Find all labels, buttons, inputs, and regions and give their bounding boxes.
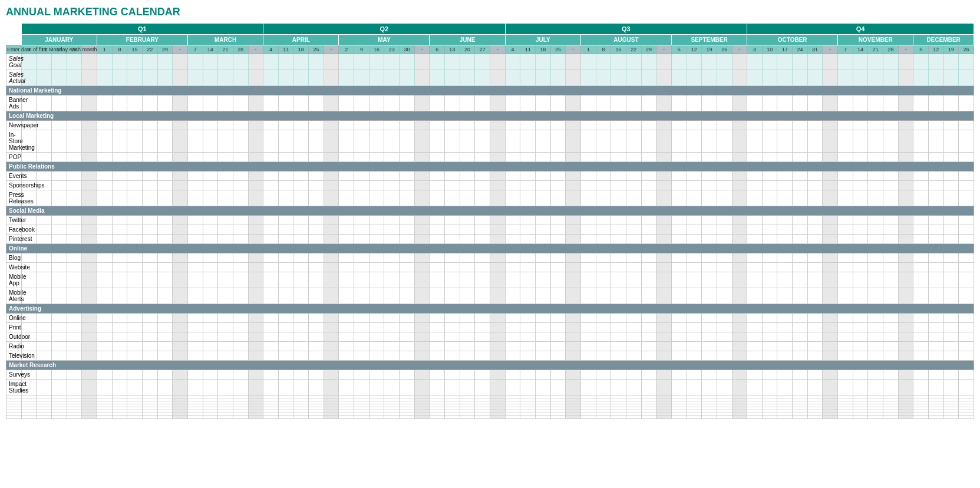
data-cell-r0-m10-d1[interactable]	[853, 54, 868, 70]
data-cell-r7-m3-d1[interactable]	[278, 153, 293, 162]
data-cell-r10-m9-d4[interactable]	[807, 181, 823, 190]
data-cell-r19-m5-d0[interactable]	[430, 272, 445, 288]
data-cell-r28-m0-d3[interactable]	[67, 370, 82, 380]
data-cell-r28-m6-d1[interactable]	[520, 370, 536, 380]
data-cell-r24-m7-d3[interactable]	[626, 332, 641, 342]
data-cell-r7-m1-d4[interactable]	[157, 153, 173, 162]
data-cell-r29-m0-d1[interactable]	[37, 380, 52, 395]
data-cell-r20-m8-d3[interactable]	[717, 288, 732, 304]
data-cell-r15-m4-d4[interactable]	[400, 235, 415, 244]
data-cell-r28-m5-d1[interactable]	[445, 370, 460, 380]
data-cell-r22-m2-d1[interactable]	[203, 314, 218, 323]
data-cell-r26-m11-d1[interactable]	[929, 351, 944, 361]
data-cell-r1-m3-d3[interactable]	[309, 70, 324, 86]
data-cell-r3-m0-d2[interactable]	[51, 95, 67, 111]
data-cell-r10-m8-d0[interactable]	[671, 181, 687, 190]
data-cell-r15-m0-d2[interactable]	[51, 235, 67, 244]
data-cell-r19-m11-d0[interactable]	[913, 272, 929, 288]
data-cell-r10-m5-d0[interactable]	[430, 181, 445, 190]
data-cell-r11-m7-d0[interactable]	[580, 190, 596, 206]
data-cell-r6-m7-d4[interactable]	[641, 130, 656, 153]
data-cell-r6-m8-d2[interactable]	[702, 130, 717, 153]
data-cell-r20-m11-d3[interactable]	[959, 288, 974, 304]
data-cell-r9-m1-d2[interactable]	[127, 172, 143, 181]
data-cell-r1-m5-d3[interactable]	[475, 70, 490, 86]
data-cell-r28-m10-d2[interactable]	[868, 370, 883, 380]
data-cell-r24-m0-d1[interactable]	[37, 332, 52, 342]
data-cell-r6-m0-d1[interactable]	[37, 130, 52, 153]
data-cell-r0-m7-d2[interactable]	[611, 54, 626, 70]
data-cell-r17-m1-d2[interactable]	[127, 253, 143, 263]
data-cell-r7-m7-d1[interactable]	[596, 153, 611, 162]
data-cell-r24-m5-d3[interactable]	[475, 332, 490, 342]
data-cell-r1-m2-d0[interactable]	[187, 70, 203, 86]
data-cell-r18-m4-d1[interactable]	[354, 263, 369, 272]
data-cell-r25-m7-d3[interactable]	[626, 342, 641, 351]
data-cell-r9-m6-d3[interactable]	[550, 172, 566, 181]
data-cell-r7-m9-d2[interactable]	[777, 153, 793, 162]
data-cell-r13-m4-d4[interactable]	[400, 216, 415, 225]
data-cell-r15-m9-d0[interactable]	[747, 235, 763, 244]
data-cell-r22-m10-d1[interactable]	[853, 314, 868, 323]
data-cell-r3-m10-d2[interactable]	[868, 95, 883, 111]
data-cell-r0-m7-d1[interactable]	[596, 54, 611, 70]
data-cell-r1-m2-d1[interactable]	[203, 70, 218, 86]
data-cell-r1-m6-d0[interactable]	[505, 70, 520, 86]
data-cell-r0-m6-d0[interactable]	[505, 54, 520, 70]
data-cell-r17-m9-d0[interactable]	[747, 253, 763, 263]
data-cell-r5-m1-d1[interactable]	[112, 121, 127, 130]
data-cell-r10-m6-d0[interactable]	[505, 181, 520, 190]
data-cell-r13-m9-d1[interactable]	[762, 216, 777, 225]
data-cell-r11-m11-d2[interactable]	[943, 190, 959, 206]
data-cell-r18-m0-d3[interactable]	[67, 263, 82, 272]
data-cell-r17-m2-d2[interactable]	[218, 253, 233, 263]
data-cell-r23-m4-d4[interactable]	[400, 323, 415, 332]
data-cell-r19-m0-d2[interactable]	[51, 272, 67, 288]
data-cell-r18-m2-d2[interactable]	[218, 263, 233, 272]
data-cell-r6-m2-d1[interactable]	[203, 130, 218, 153]
data-cell-r5-m9-d3[interactable]	[793, 121, 808, 130]
data-cell-r23-m11-d0[interactable]	[913, 323, 929, 332]
data-cell-r22-m7-d2[interactable]	[611, 314, 626, 323]
data-cell-r18-m3-d2[interactable]	[293, 263, 309, 272]
data-cell-r3-m3-d3[interactable]	[309, 95, 324, 111]
data-cell-r6-m1-d3[interactable]	[142, 130, 157, 153]
data-cell-r19-m6-d1[interactable]	[520, 272, 536, 288]
data-cell-r6-m6-d1[interactable]	[520, 130, 536, 153]
data-cell-r37-m10-d2[interactable]	[868, 416, 883, 419]
data-cell-r26-m5-d2[interactable]	[460, 351, 475, 361]
data-cell-r20-m5-d2[interactable]	[460, 288, 475, 304]
data-cell-r19-m1-d3[interactable]	[142, 272, 157, 288]
data-cell-r6-m4-d0[interactable]	[339, 130, 354, 153]
data-cell-r7-m9-d1[interactable]	[762, 153, 777, 162]
data-cell-r1-m3-d0[interactable]	[263, 70, 279, 86]
data-cell-r7-m8-d2[interactable]	[702, 153, 717, 162]
data-cell-r5-m11-d3[interactable]	[959, 121, 974, 130]
data-cell-r15-m3-d2[interactable]	[293, 235, 309, 244]
data-cell-r28-m9-d4[interactable]	[807, 370, 823, 380]
data-cell-r13-m8-d1[interactable]	[687, 216, 702, 225]
data-cell-r28-m8-d1[interactable]	[687, 370, 702, 380]
data-cell-r15-m6-d3[interactable]	[550, 235, 566, 244]
data-cell-r29-m8-d3[interactable]	[717, 380, 732, 395]
data-cell-r0-m2-d2[interactable]	[218, 54, 233, 70]
data-cell-r7-m7-d0[interactable]	[580, 153, 596, 162]
data-cell-r13-m4-d0[interactable]	[339, 216, 354, 225]
data-cell-r18-m4-d2[interactable]	[369, 263, 384, 272]
data-cell-r25-m3-d0[interactable]	[263, 342, 279, 351]
data-cell-r15-m4-d0[interactable]	[339, 235, 354, 244]
data-cell-r23-m3-d3[interactable]	[309, 323, 324, 332]
data-cell-r26-m6-d3[interactable]	[550, 351, 566, 361]
data-cell-r28-m3-d2[interactable]	[293, 370, 309, 380]
data-cell-r17-m4-d2[interactable]	[369, 253, 384, 263]
data-cell-r37-m2-d0[interactable]	[187, 416, 203, 419]
data-cell-r3-m4-d0[interactable]	[339, 95, 354, 111]
data-cell-r20-m2-d0[interactable]	[187, 288, 203, 304]
data-cell-r1-m0-d2[interactable]	[51, 70, 67, 86]
data-cell-r10-m4-d3[interactable]	[384, 181, 400, 190]
data-cell-r26-m7-d0[interactable]	[580, 351, 596, 361]
data-cell-r1-m0-d3[interactable]	[67, 70, 82, 86]
data-cell-r29-m0-d3[interactable]	[67, 380, 82, 395]
data-cell-r5-m7-d4[interactable]	[641, 121, 656, 130]
data-cell-r15-m5-d0[interactable]	[430, 235, 445, 244]
